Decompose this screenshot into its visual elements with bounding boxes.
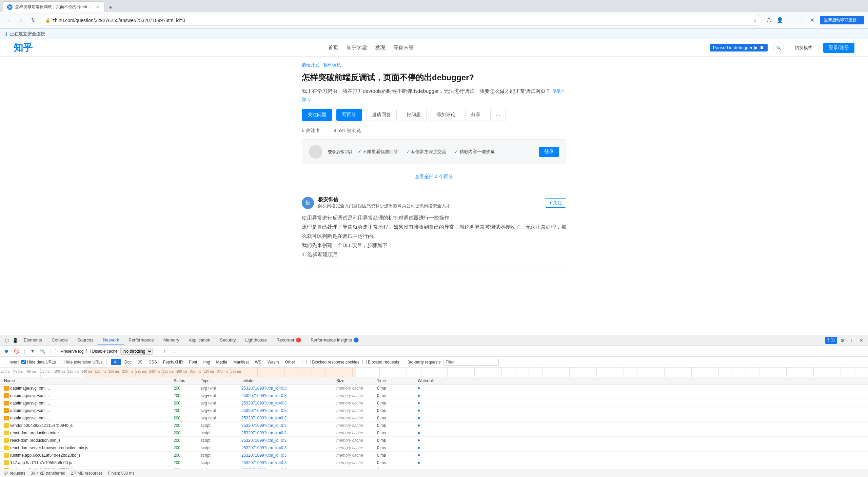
- login-button[interactable]: 登录: [539, 147, 559, 157]
- tab-recorder[interactable]: Recorder 🔴: [272, 335, 306, 345]
- profile-button[interactable]: 👤: [775, 16, 785, 25]
- refresh-button[interactable]: ↻: [28, 16, 38, 25]
- nav-home[interactable]: 首页: [328, 44, 338, 51]
- extensions-button[interactable]: ⬡: [764, 16, 774, 25]
- hide-data-urls-input[interactable]: [21, 360, 26, 364]
- blocked-requests-input[interactable]: [362, 360, 367, 364]
- disable-cache-checkbox[interactable]: Disable cache: [86, 349, 117, 354]
- column-initiator[interactable]: Initiator: [240, 378, 335, 383]
- devtools-more-button[interactable]: ⋮: [848, 336, 856, 345]
- maximize-button[interactable]: □: [797, 16, 806, 25]
- login-register-button[interactable]: 登录/注册: [823, 43, 854, 53]
- table-row[interactable]: J runtime.app.6cc6a1af54d4e2bd20bd.js 20…: [0, 452, 868, 459]
- tab-sources[interactable]: Sources: [73, 335, 98, 345]
- table-row[interactable]: S dataimage/svg+xml;... 200 svg+xml 2532…: [0, 392, 868, 399]
- blocked-cookies-input[interactable]: [307, 360, 311, 364]
- table-row[interactable]: J main.app.6b46a1b8f3b8bd35780d.js 200 s…: [0, 466, 868, 469]
- devtools-inspect-button[interactable]: ⬡: [3, 336, 11, 345]
- table-row[interactable]: J vendor.b3043823c211547b094b.js 200 scr…: [0, 422, 868, 429]
- more-button[interactable]: ···: [490, 109, 506, 121]
- table-row[interactable]: S dataimage/svg+xml;... 200 svg+xml 2532…: [0, 399, 868, 407]
- hide-data-urls-checkbox[interactable]: Hide data URLs: [21, 360, 56, 365]
- initiator-link[interactable]: 2532071099?utm_id=0:3: [241, 423, 287, 428]
- initiator-link[interactable]: 2532071099?utm_id=0:3: [241, 438, 287, 443]
- author-name[interactable]: 极安御信: [318, 196, 450, 203]
- breadcrumb-item-2[interactable]: 软件调试: [323, 62, 341, 67]
- address-bar[interactable]: 🔒 zhihu.com/question/329276255/answer/25…: [41, 15, 762, 26]
- add-comment-button[interactable]: 添加评论: [431, 109, 461, 121]
- throttle-select[interactable]: No throttling: [120, 348, 153, 355]
- back-button[interactable]: ‹: [4, 16, 14, 25]
- import-har-button[interactable]: ↑: [161, 348, 169, 355]
- column-size[interactable]: Size: [335, 378, 376, 383]
- view-all-answers[interactable]: 查看全部 4 个回答: [302, 170, 566, 184]
- devtools-settings-button[interactable]: ⚙: [838, 336, 846, 345]
- write-answer-button[interactable]: 写回答: [336, 109, 362, 121]
- bookmark-icon[interactable]: ☆: [753, 18, 757, 23]
- devtools-close-button[interactable]: ✕: [857, 336, 865, 345]
- tab-elements[interactable]: Elements: [19, 335, 47, 345]
- follow-question-button[interactable]: 关注问题: [302, 109, 332, 121]
- table-row[interactable]: S dataimage/svg+xml;... 200 svg+xml 2532…: [0, 385, 868, 392]
- hide-ext-urls-input[interactable]: [59, 360, 63, 364]
- column-waterfall[interactable]: Waterfall: [416, 378, 865, 383]
- tab-network[interactable]: Network: [98, 335, 124, 345]
- initiator-link[interactable]: 2532071099?utm_id=0:3: [241, 460, 287, 465]
- filter-tab-img[interactable]: Img: [201, 359, 213, 365]
- clear-button[interactable]: 🚫: [13, 348, 20, 355]
- filter-tab-manifest[interactable]: Manifest: [231, 359, 251, 365]
- table-row[interactable]: S dataimage/svg+xml;... 200 svg+xml 2532…: [0, 414, 868, 422]
- filter-tab-fetch[interactable]: Fetch/XHR: [160, 359, 186, 365]
- mode-switch-button[interactable]: 切换模式: [789, 42, 818, 54]
- preserve-log-checkbox[interactable]: Preserve log: [55, 349, 83, 354]
- breadcrumb-item-1[interactable]: 前端开发: [302, 62, 319, 67]
- disable-cache-input[interactable]: [86, 349, 91, 353]
- record-button[interactable]: ⏺: [3, 348, 10, 355]
- initiator-link[interactable]: 2532071099?utm_id=0:3: [241, 416, 287, 420]
- table-row[interactable]: J react-dom.production.min.js 200 script…: [0, 437, 868, 444]
- search-button[interactable]: 🔍: [39, 348, 46, 355]
- invert-checkbox[interactable]: Invert: [3, 360, 19, 365]
- filter-tab-all[interactable]: All: [111, 359, 121, 365]
- column-name[interactable]: Name: [3, 378, 172, 383]
- initiator-link[interactable]: 2532071099?utm_id=0:3: [241, 386, 287, 391]
- filter-tab-media[interactable]: Media: [214, 359, 230, 365]
- tab-application[interactable]: Application: [184, 335, 215, 345]
- new-tab-button[interactable]: +: [106, 3, 115, 12]
- export-har-button[interactable]: ↓: [171, 348, 179, 355]
- filter-tab-doc[interactable]: Doc: [122, 359, 134, 365]
- tab-lighthouse[interactable]: Lighthouse: [240, 335, 272, 345]
- preserve-log-input[interactable]: [55, 349, 59, 353]
- initiator-link[interactable]: 2532071099?utm_id=0:3: [241, 431, 287, 435]
- nav-academy[interactable]: 知乎学堂: [347, 44, 367, 51]
- filter-tab-js[interactable]: JS: [135, 359, 145, 365]
- follow-author-button[interactable]: + 关注: [545, 198, 566, 208]
- table-row[interactable]: S dataimage/svg+xml;... 200 svg+xml 2532…: [0, 407, 868, 414]
- invert-input[interactable]: [3, 360, 7, 364]
- initiator-link[interactable]: 2532071099?utm_id=0:3: [241, 453, 287, 458]
- close-window-button[interactable]: ✕: [808, 16, 817, 25]
- filter-tab-other[interactable]: Other: [282, 359, 298, 365]
- browser-tab[interactable]: 知 怎样突破前端反调试，页面不停的出debugger? ✕: [3, 1, 104, 12]
- filter-input[interactable]: [443, 359, 499, 366]
- table-row[interactable]: J react-dom-server.browser.production.mi…: [0, 444, 868, 452]
- devtools-device-button[interactable]: 📱: [11, 336, 19, 345]
- filter-tab-font[interactable]: Font: [186, 359, 200, 365]
- initiator-link[interactable]: 2532071099?utm_id=0:3: [241, 408, 287, 413]
- column-type[interactable]: Type: [199, 378, 240, 383]
- column-status[interactable]: Status: [172, 378, 199, 383]
- column-time[interactable]: Time: [376, 378, 416, 383]
- translate-button[interactable]: 重新启动即可更新...: [820, 16, 864, 24]
- tab-console[interactable]: Console: [47, 335, 73, 345]
- third-party-input[interactable]: [402, 360, 406, 364]
- initiator-link[interactable]: 2532071099?utm_id=0:3: [241, 445, 287, 450]
- hide-ext-urls-checkbox[interactable]: Hide extension URLs: [59, 360, 103, 365]
- minimize-button[interactable]: －: [786, 16, 795, 25]
- filter-toggle-button[interactable]: ▼: [29, 348, 36, 355]
- tab-performance[interactable]: Performance: [124, 335, 158, 345]
- forward-button[interactable]: ›: [16, 16, 26, 25]
- table-row[interactable]: J react-dom.production.min.js 200 script…: [0, 429, 868, 437]
- blocked-requests-checkbox[interactable]: Blocked requests: [362, 360, 399, 365]
- tab-perf-insights[interactable]: Performance insights 🔵: [306, 335, 363, 345]
- initiator-link[interactable]: 2532071099?utm_id=0:3: [241, 401, 287, 406]
